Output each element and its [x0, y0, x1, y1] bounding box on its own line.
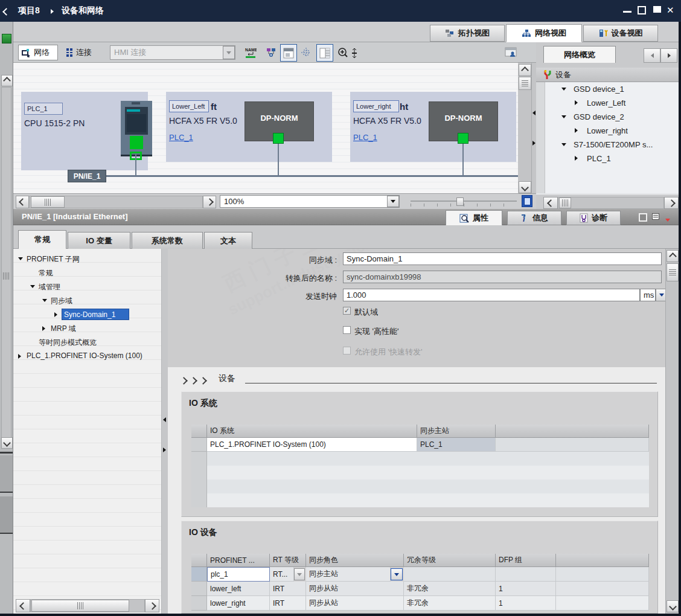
- expander-icon[interactable]: [18, 257, 23, 260]
- device-lower-right-name-plate[interactable]: Lower_right: [353, 100, 399, 112]
- overview-page-left-icon[interactable]: [644, 48, 660, 63]
- io-system-row[interactable]: PLC_1.PROFINET IO-System (100) PLC_1: [191, 438, 649, 452]
- overview-hscrollbar[interactable]: [558, 197, 664, 209]
- tree-hscroll-grip[interactable]: [31, 600, 129, 612]
- grid-button[interactable]: [298, 45, 314, 60]
- section-chevron-icon[interactable]: [191, 377, 196, 385]
- tree-hscroll-left-icon[interactable]: [16, 599, 30, 612]
- expander-icon[interactable]: [30, 285, 35, 288]
- overview-row[interactable]: GSD device_2: [536, 110, 681, 124]
- overview-splitter[interactable]: [531, 63, 536, 209]
- bus-line[interactable]: [71, 175, 518, 177]
- io-device-row[interactable]: plc_1 RT... 同步主站: [191, 567, 649, 582]
- zoom-slider-thumb[interactable]: [456, 197, 464, 206]
- canvas-hscrollbar[interactable]: [29, 196, 203, 208]
- hmi-combo-dropdown-icon[interactable]: [223, 46, 235, 59]
- props-scroll-down-icon[interactable]: [667, 600, 679, 612]
- panel-float-icon[interactable]: [639, 213, 647, 222]
- rail-scroll-grip[interactable]: [3, 272, 10, 280]
- connections-button[interactable]: 连接: [63, 45, 106, 60]
- tree-hscrollbar[interactable]: [30, 599, 145, 612]
- tab-device-view[interactable]: 设备视图: [583, 25, 658, 42]
- io-device-name-cell[interactable]: plc_1: [207, 567, 270, 582]
- tab-diagnostics[interactable]: 诊断: [566, 211, 621, 225]
- expander-icon[interactable]: [561, 143, 566, 146]
- rail-scrollbar[interactable]: [1, 87, 11, 444]
- overview-page-right-icon[interactable]: [660, 48, 677, 63]
- subtab-system-constants[interactable]: 系统常数: [132, 232, 203, 249]
- network-mode-button[interactable]: 网络: [18, 45, 58, 60]
- canvas-vscrollbar[interactable]: [518, 63, 531, 193]
- rt-dropdown-icon[interactable]: [294, 568, 305, 580]
- default-domain-checkbox[interactable]: [343, 307, 351, 315]
- show-io-toggle[interactable]: [280, 44, 297, 62]
- io-device-row[interactable]: lower_left IRT 同步从站 非冗余 1: [191, 582, 649, 596]
- high-performance-checkbox[interactable]: [343, 326, 351, 334]
- overview-hscroll-left-icon[interactable]: [543, 197, 558, 209]
- io-devices-col-name[interactable]: PROFINET ...: [207, 554, 270, 567]
- devices-section-label[interactable]: 设备: [219, 373, 235, 384]
- relations-button[interactable]: [263, 45, 279, 60]
- overview-row[interactable]: Lower_Left: [536, 96, 681, 111]
- assign-name-button[interactable]: NAME: [243, 45, 258, 60]
- tree-item-sync-domain[interactable]: 同步域: [13, 294, 161, 308]
- rail-collapsed-pane-2[interactable]: [0, 496, 13, 534]
- tab-network-view[interactable]: 网络视图: [506, 24, 582, 42]
- canvas-scroll-up-icon[interactable]: [519, 64, 531, 76]
- tree-item-general[interactable]: 常规: [13, 266, 161, 280]
- subnet-label[interactable]: PN/IE_1: [68, 170, 106, 182]
- subtab-general[interactable]: 常规: [18, 230, 66, 249]
- tab-network-overview[interactable]: 网络概览: [543, 46, 616, 63]
- table-toggle[interactable]: [316, 44, 333, 62]
- zoom-combo[interactable]: 100%: [220, 195, 400, 208]
- device-lower-left-name-plate[interactable]: Lower_Left: [169, 100, 209, 112]
- io-devices-col-redundancy[interactable]: 冗余等级: [404, 554, 496, 567]
- overview-row[interactable]: PLC_1: [536, 152, 681, 166]
- io-device-rt-cell[interactable]: RT...: [270, 567, 294, 582]
- overview-header-row[interactable]: 设备: [536, 68, 681, 82]
- panel-collapse-icon[interactable]: [652, 213, 659, 220]
- maximize-button[interactable]: [653, 6, 661, 13]
- io-devices-col-dfp[interactable]: DFP 组: [496, 554, 556, 567]
- overview-row[interactable]: S7-1500/ET200MP s...: [536, 138, 681, 152]
- close-button[interactable]: ✕: [667, 5, 674, 16]
- zoom-in-button[interactable]: [336, 45, 350, 60]
- overview-hscroll-right-icon[interactable]: [664, 197, 679, 209]
- expander-icon[interactable]: [575, 128, 578, 133]
- tab-topology-view[interactable]: 拓扑视图: [430, 25, 505, 42]
- minimize-button[interactable]: [623, 11, 631, 13]
- splitter-collapse-right-icon[interactable]: [532, 139, 536, 147]
- tree-item-profinet-subnet[interactable]: PROFINET 子网: [13, 252, 161, 266]
- expander-icon[interactable]: [42, 326, 45, 331]
- device-lower-right-master-link[interactable]: PLC_1: [353, 133, 377, 142]
- io-device-role-cell[interactable]: 同步主站: [306, 567, 391, 582]
- io-system-col-master[interactable]: 同步主站: [417, 425, 496, 438]
- devices-section-nav[interactable]: 设备: [168, 367, 665, 391]
- port-green-right[interactable]: [458, 133, 468, 144]
- rail-scroll-up-icon[interactable]: [1, 75, 13, 86]
- expander-icon[interactable]: [18, 354, 21, 359]
- subtab-texts[interactable]: 文本: [204, 232, 252, 249]
- expander-icon[interactable]: [54, 312, 57, 317]
- port-green-left[interactable]: [273, 133, 284, 144]
- send-clock-dropdown-icon[interactable]: [656, 289, 665, 301]
- zoom-combo-dropdown-icon[interactable]: [387, 196, 399, 207]
- io-device-row[interactable]: lower_right IRT 同步从站 非冗余 1: [191, 596, 649, 611]
- canvas-vscroll-grip[interactable]: [519, 77, 531, 90]
- back-icon[interactable]: [4, 8, 9, 16]
- plc-cpu-image[interactable]: [121, 101, 152, 156]
- restore-button[interactable]: [638, 6, 646, 14]
- overview-row[interactable]: GSD device_1: [536, 82, 681, 97]
- io-system-col-system[interactable]: IO 系统: [207, 425, 417, 438]
- canvas-hscroll-right-icon[interactable]: [203, 196, 216, 208]
- expander-icon[interactable]: [42, 299, 47, 302]
- tree-splitter[interactable]: [162, 249, 168, 614]
- tree-splitter-left-icon[interactable]: [163, 415, 166, 424]
- tab-properties[interactable]: 属性: [446, 210, 502, 225]
- overview-row[interactable]: Lower_right: [536, 124, 681, 138]
- tree-item-domain-management[interactable]: 域管理: [13, 280, 161, 294]
- breadcrumb-page[interactable]: 设备和网络: [62, 5, 104, 16]
- device-lower-left-master-link[interactable]: PLC_1: [169, 133, 193, 142]
- canvas-hscroll-grip[interactable]: [31, 196, 65, 208]
- rail-collapsed-pane[interactable]: [0, 455, 13, 493]
